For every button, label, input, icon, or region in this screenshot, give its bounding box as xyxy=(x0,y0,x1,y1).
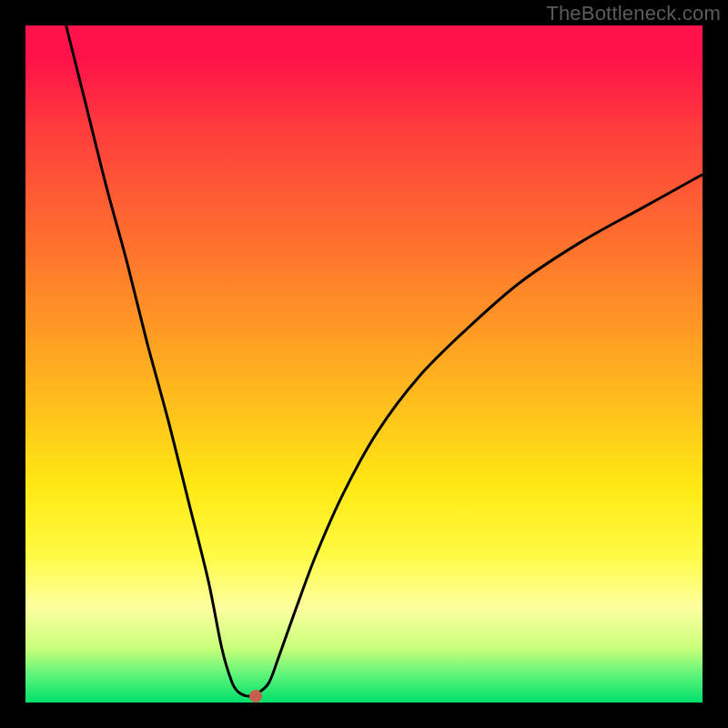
curve-path xyxy=(66,25,703,696)
watermark-text: TheBottleneck.com xyxy=(546,2,721,25)
plot-area xyxy=(25,25,703,703)
chart-frame: TheBottleneck.com xyxy=(0,0,728,728)
bottleneck-curve xyxy=(25,25,703,703)
optimal-point-marker xyxy=(249,690,262,703)
